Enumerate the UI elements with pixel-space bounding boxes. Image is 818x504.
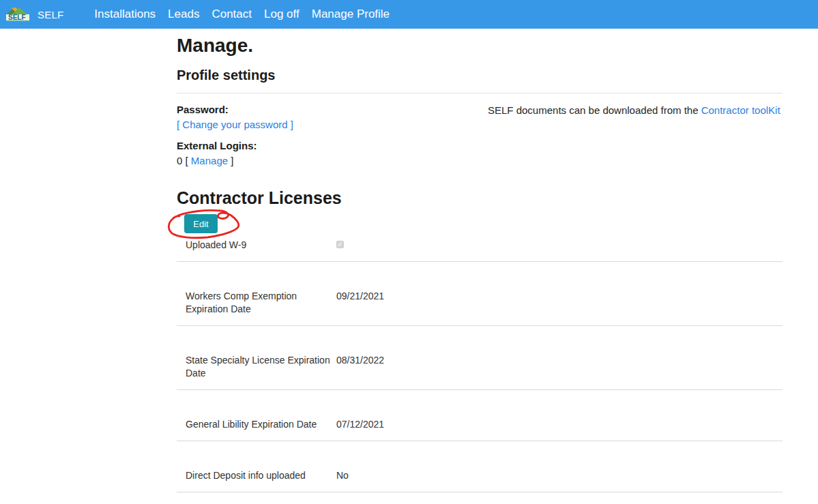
brand[interactable]: SELF SELF: [5, 5, 63, 23]
account-settings-section: Password: [ Change your password ] Exter…: [177, 102, 783, 171]
nav-item-manage-profile[interactable]: Manage Profile: [306, 8, 396, 20]
row-label: General Libility Expiration Date: [186, 418, 336, 431]
toolkit-note: SELF documents can be downloaded from th…: [488, 103, 783, 171]
external-logins-label: External Logins:: [177, 138, 488, 153]
contractor-toolkit-link[interactable]: Contractor toolKit: [701, 104, 780, 116]
external-logins-count: 0 [: [177, 155, 191, 166]
nav-item-contact[interactable]: Contact: [205, 8, 258, 20]
row-label: State Specialty License Expiration Date: [186, 354, 336, 380]
change-password-link[interactable]: [ Change your password ]: [177, 119, 293, 130]
account-settings-left: Password: [ Change your password ] Exter…: [177, 102, 488, 171]
manage-logins-link[interactable]: Manage: [191, 155, 228, 166]
row-label: Direct Deposit info uploaded: [186, 469, 336, 482]
brand-label: SELF: [38, 9, 63, 20]
nav-item-installations[interactable]: Installations: [88, 8, 162, 20]
svg-text:SELF: SELF: [8, 14, 26, 21]
row-value: No: [336, 469, 349, 482]
edit-button-area: Edit: [184, 214, 218, 233]
nav-item-leads[interactable]: Leads: [162, 8, 205, 20]
page-title: Manage.: [177, 35, 783, 57]
row-label: Uploaded W-9: [186, 239, 336, 252]
toolkit-note-text: SELF documents can be downloaded from th…: [488, 104, 701, 116]
row-label: Workers Comp Exemption Expiration Date: [186, 290, 336, 316]
license-row-workers-comp: Workers Comp Exemption Expiration Date 0…: [177, 262, 783, 326]
page-subtitle: Profile settings: [177, 68, 783, 83]
edit-button[interactable]: Edit: [184, 214, 218, 233]
top-navbar: SELF SELF Installations Leads Contact Lo…: [0, 0, 818, 29]
license-row-general-liability: General Libility Expiration Date 07/12/2…: [177, 390, 783, 441]
row-value: 09/21/2021: [336, 290, 384, 303]
row-value: 08/31/2022: [336, 354, 384, 367]
row-value: 07/12/2021: [336, 418, 384, 431]
self-logo-icon: SELF: [5, 5, 31, 23]
nav-links: Installations Leads Contact Log off Mana…: [88, 8, 396, 21]
w9-checkbox[interactable]: ✓: [336, 241, 344, 248]
license-rows: Uploaded W-9 ✓ Workers Comp Exemption Ex…: [177, 233, 783, 504]
license-row-uploaded-w9: Uploaded W-9 ✓: [177, 233, 783, 262]
password-label: Password:: [177, 102, 488, 117]
main-content: Manage. Profile settings Password: [ Cha…: [177, 35, 783, 504]
nav-item-log-off[interactable]: Log off: [258, 8, 306, 20]
section-divider: [177, 93, 783, 93]
license-row-voided-check: Voided Check Uploaded: [177, 492, 783, 504]
license-row-state-specialty: State Specialty License Expiration Date …: [177, 326, 783, 390]
external-logins-bracket: ]: [228, 155, 233, 166]
contractor-licenses-heading: Contractor Licenses: [177, 188, 783, 208]
license-row-direct-deposit: Direct Deposit info uploaded No: [177, 441, 783, 492]
